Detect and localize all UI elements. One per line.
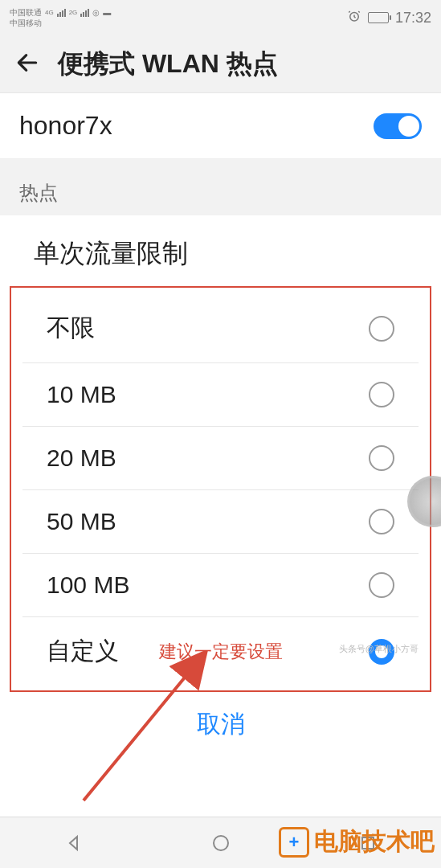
radio-icon bbox=[369, 509, 394, 534]
toggle-knob bbox=[398, 116, 419, 137]
svg-point-2 bbox=[214, 836, 228, 850]
clock-time: 17:32 bbox=[395, 10, 431, 27]
option-20mb[interactable]: 20 MB bbox=[22, 427, 419, 490]
hotspot-name: honor7x bbox=[19, 111, 112, 141]
radio-icon bbox=[369, 316, 394, 342]
option-label: 10 MB bbox=[47, 381, 116, 408]
watermark-logo-icon: + bbox=[279, 827, 309, 858]
signal-bars-1 bbox=[57, 9, 66, 17]
watermark-text: 电脑技术吧 bbox=[314, 825, 435, 858]
status-carriers: 中国联通 4G 2G ◎ ▬ 中国移动 bbox=[10, 8, 111, 28]
section-header: 热点 bbox=[0, 159, 441, 215]
net1-label: 4G bbox=[45, 8, 54, 18]
carrier1-label: 中国联通 bbox=[10, 8, 42, 18]
radio-icon bbox=[369, 445, 394, 471]
data-limit-dialog: 单次流量限制 不限 10 MB 20 MB 50 MB 100 MB bbox=[0, 215, 441, 762]
option-50mb[interactable]: 50 MB bbox=[22, 490, 419, 554]
option-label: 自定义 bbox=[47, 635, 119, 668]
nav-back-icon[interactable] bbox=[63, 832, 85, 854]
option-10mb[interactable]: 10 MB bbox=[22, 363, 419, 427]
option-label: 不限 bbox=[47, 312, 95, 345]
mini-watermark: 头条号@草根小方哥 bbox=[339, 643, 419, 655]
option-unlimited[interactable]: 不限 bbox=[22, 294, 419, 363]
signal-bars-2 bbox=[80, 9, 89, 17]
alarm-icon bbox=[347, 9, 361, 27]
option-100mb[interactable]: 100 MB bbox=[22, 554, 419, 617]
battery-icon bbox=[368, 12, 389, 23]
annotation-hint-text: 建议一定要设置 bbox=[159, 640, 283, 664]
card-icon: ▬ bbox=[103, 8, 111, 18]
hotspot-icon: ◎ bbox=[92, 8, 100, 18]
status-right: 17:32 bbox=[347, 9, 431, 27]
app-header: 便携式 WLAN 热点 bbox=[0, 35, 441, 93]
radio-icon bbox=[369, 382, 394, 407]
radio-icon bbox=[369, 572, 394, 598]
hotspot-toggle[interactable] bbox=[374, 113, 422, 139]
watermark-brand: + 电脑技术吧 bbox=[279, 825, 435, 858]
option-label: 100 MB bbox=[47, 571, 129, 599]
status-bar: 中国联通 4G 2G ◎ ▬ 中国移动 17:32 bbox=[0, 0, 441, 35]
net2-label: 2G bbox=[69, 8, 78, 18]
dialog-title: 单次流量限制 bbox=[0, 215, 441, 286]
annotation-highlight-box: 不限 10 MB 20 MB 50 MB 100 MB 自定义 bbox=[10, 286, 431, 692]
hotspot-row[interactable]: honor7x bbox=[0, 93, 441, 159]
option-label: 50 MB bbox=[47, 508, 116, 535]
cancel-button[interactable]: 取消 bbox=[0, 692, 441, 762]
carrier2-label: 中国移动 bbox=[10, 18, 42, 28]
nav-home-icon[interactable] bbox=[210, 832, 232, 854]
option-label: 20 MB bbox=[47, 444, 116, 472]
back-icon[interactable] bbox=[14, 50, 40, 79]
page-title: 便携式 WLAN 热点 bbox=[58, 47, 278, 82]
